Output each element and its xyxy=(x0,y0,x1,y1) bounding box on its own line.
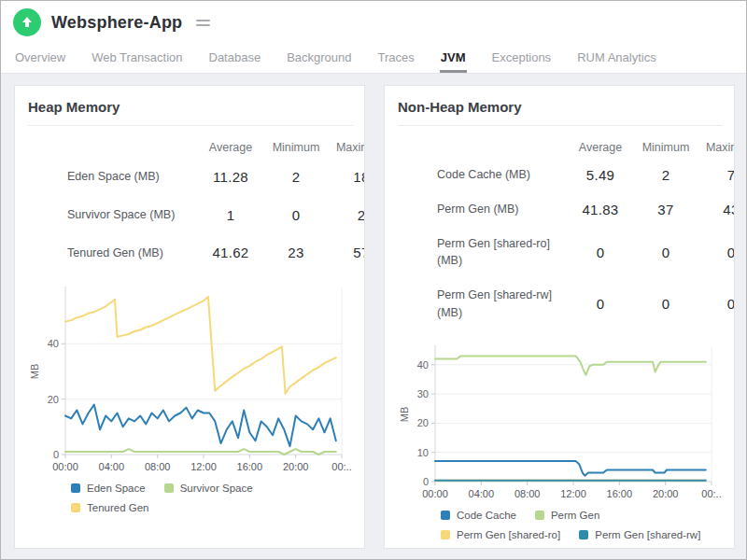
nonheap-panel-title: Non-Heap Memory xyxy=(398,97,734,125)
svg-text:20:00: 20:00 xyxy=(283,461,309,472)
legend-swatch xyxy=(441,530,450,539)
divider xyxy=(28,125,353,126)
table-row: Perm Gen (MB) 41.83 37 43 xyxy=(437,192,734,227)
tab-web-transaction[interactable]: Web Transaction xyxy=(91,44,183,73)
nonheap-metrics-table: Average Minimum Maximum Code Cache (MB) … xyxy=(437,135,734,330)
metric-maximum: 18 xyxy=(329,169,365,185)
tab-rum-analytics[interactable]: RUM Analytics xyxy=(576,44,657,73)
metric-minimum: 0 xyxy=(633,245,698,260)
svg-text:16:00: 16:00 xyxy=(237,461,263,472)
legend-item-code-cache[interactable]: Code Cache xyxy=(441,510,516,521)
metric-maximum: 0 xyxy=(698,245,735,260)
table-row: Survivor Space (MB) 1 0 2 xyxy=(67,196,364,234)
divider xyxy=(398,125,723,126)
metric-label: Survivor Space (MB) xyxy=(67,206,198,224)
app-header: Websphere-App xyxy=(1,1,746,44)
svg-text:00:00: 00:00 xyxy=(52,461,78,472)
legend-swatch xyxy=(579,530,588,539)
legend-swatch xyxy=(441,511,450,520)
legend-item-tenured-gen[interactable]: Tenured Gen xyxy=(71,502,149,513)
tab-traces[interactable]: Traces xyxy=(377,44,416,73)
svg-text:0: 0 xyxy=(53,449,59,460)
metric-label: Eden Space (MB) xyxy=(67,168,198,186)
hamburger-menu-icon[interactable] xyxy=(194,16,212,30)
up-arrow-icon xyxy=(21,16,34,29)
table-row: Eden Space (MB) 11.28 2 18 xyxy=(67,158,364,196)
app-window: Websphere-App Overview Web Transaction D… xyxy=(0,0,747,560)
legend-swatch xyxy=(71,503,80,512)
column-maximum: Maximum xyxy=(698,141,735,154)
column-average: Average xyxy=(568,141,633,154)
legend-swatch xyxy=(535,511,544,520)
content-area: Heap Memory Average Minimum Maximum Eden… xyxy=(1,74,746,549)
tab-exceptions[interactable]: Exceptions xyxy=(491,44,553,73)
svg-text:08:00: 08:00 xyxy=(514,488,541,499)
metric-average: 0 xyxy=(568,296,633,312)
legend-label: Tenured Gen xyxy=(87,502,149,513)
table-row: Perm Gen [shared-rw] (MB) 0 0 0 xyxy=(437,278,734,330)
metric-maximum: 7 xyxy=(698,167,735,183)
heap-panel-title: Heap Memory xyxy=(28,97,364,125)
metric-average: 11.28 xyxy=(198,169,263,185)
metric-maximum: 0 xyxy=(698,296,735,312)
column-minimum: Minimum xyxy=(263,141,329,154)
svg-text:40: 40 xyxy=(48,339,59,350)
legend-item-survivor-space[interactable]: Survivor Space xyxy=(164,483,253,494)
metric-maximum: 2 xyxy=(329,207,365,223)
metric-average: 41.62 xyxy=(198,245,263,260)
metric-label: Perm Gen [shared-ro] (MB) xyxy=(437,235,568,271)
legend-item-perm-gen-shared-ro[interactable]: Perm Gen [shared-ro] xyxy=(441,529,560,540)
svg-text:12:00: 12:00 xyxy=(190,461,217,472)
metric-minimum: 37 xyxy=(633,202,698,217)
legend-label: Survivor Space xyxy=(180,483,253,494)
metric-label: Tenured Gen (MB) xyxy=(67,245,198,262)
metric-average: 5.49 xyxy=(568,167,633,183)
tab-database[interactable]: Database xyxy=(208,44,262,73)
table-row: Code Cache (MB) 5.49 2 7 xyxy=(437,158,734,192)
nonheap-memory-chart: 01020304000:0004:0008:0012:0016:0020:000… xyxy=(398,340,734,506)
svg-text:20: 20 xyxy=(48,394,59,405)
metric-average: 41.83 xyxy=(568,202,633,217)
svg-text:00:00: 00:00 xyxy=(422,488,448,499)
svg-text:20:00: 20:00 xyxy=(653,488,679,499)
svg-text:08:00: 08:00 xyxy=(145,461,171,472)
nonheap-chart-legend: Code Cache Perm Gen Perm Gen [shared-ro]… xyxy=(441,510,702,540)
metric-maximum: 57 xyxy=(329,245,365,260)
metric-minimum: 23 xyxy=(263,245,329,260)
metric-minimum: 0 xyxy=(633,296,698,312)
table-row: Perm Gen [shared-ro] (MB) 0 0 0 xyxy=(437,227,734,279)
svg-text:16:00: 16:00 xyxy=(607,488,633,499)
legend-label: Code Cache xyxy=(457,510,516,521)
heap-memory-panel: Heap Memory Average Minimum Maximum Eden… xyxy=(14,85,365,549)
tab-jvm[interactable]: JVM xyxy=(440,44,467,73)
heap-chart-legend: Eden Space Survivor Space Tenured Gen xyxy=(71,483,332,513)
table-header-row: Average Minimum Maximum xyxy=(437,135,734,158)
legend-item-perm-gen[interactable]: Perm Gen xyxy=(535,510,599,521)
heap-memory-chart: 0204000:0004:0008:0012:0016:0020:0000:..… xyxy=(28,281,364,479)
metric-minimum: 2 xyxy=(263,169,329,185)
app-title: Websphere-App xyxy=(51,13,182,33)
svg-text:0: 0 xyxy=(423,476,429,487)
legend-label: Perm Gen xyxy=(551,510,599,521)
legend-item-eden-space[interactable]: Eden Space xyxy=(71,483,146,494)
heap-metrics-table: Average Minimum Maximum Eden Space (MB) … xyxy=(67,135,364,272)
legend-label: Eden Space xyxy=(87,483,146,494)
nonheap-memory-panel: Non-Heap Memory Average Minimum Maximum … xyxy=(384,85,735,549)
svg-text:MB: MB xyxy=(29,364,40,380)
legend-label: Perm Gen [shared-ro] xyxy=(457,529,560,540)
svg-text:00:..: 00:.. xyxy=(701,488,721,499)
svg-text:20: 20 xyxy=(417,417,429,428)
legend-item-perm-gen-shared-rw[interactable]: Perm Gen [shared-rw] xyxy=(579,529,700,540)
svg-text:10: 10 xyxy=(417,446,429,457)
column-minimum: Minimum xyxy=(633,141,698,154)
metric-average: 0 xyxy=(568,245,633,260)
svg-text:00:..: 00:.. xyxy=(331,461,351,472)
svg-text:40: 40 xyxy=(417,358,429,370)
legend-swatch xyxy=(71,483,80,493)
tab-overview[interactable]: Overview xyxy=(14,44,66,73)
tab-background[interactable]: Background xyxy=(286,44,352,73)
svg-text:04:00: 04:00 xyxy=(99,461,125,472)
svg-text:04:00: 04:00 xyxy=(469,488,495,499)
legend-swatch xyxy=(164,483,174,493)
table-header-row: Average Minimum Maximum xyxy=(67,135,364,158)
